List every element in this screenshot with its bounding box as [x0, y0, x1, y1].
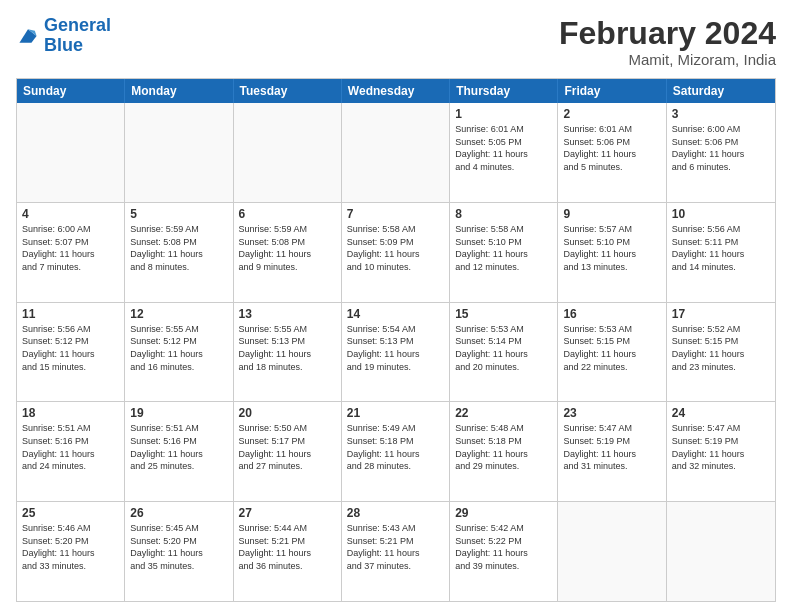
day-number: 14 [347, 307, 444, 321]
logo-icon [16, 24, 40, 48]
cell-info: Sunrise: 5:49 AM Sunset: 5:18 PM Dayligh… [347, 422, 444, 472]
day-number: 28 [347, 506, 444, 520]
day-number: 7 [347, 207, 444, 221]
day-number: 23 [563, 406, 660, 420]
week-row-4: 18Sunrise: 5:51 AM Sunset: 5:16 PM Dayli… [17, 402, 775, 502]
table-row: 1Sunrise: 6:01 AM Sunset: 5:05 PM Daylig… [450, 103, 558, 202]
table-row: 15Sunrise: 5:53 AM Sunset: 5:14 PM Dayli… [450, 303, 558, 402]
cell-info: Sunrise: 5:46 AM Sunset: 5:20 PM Dayligh… [22, 522, 119, 572]
cell-info: Sunrise: 5:43 AM Sunset: 5:21 PM Dayligh… [347, 522, 444, 572]
cell-info: Sunrise: 5:56 AM Sunset: 5:12 PM Dayligh… [22, 323, 119, 373]
cell-info: Sunrise: 6:00 AM Sunset: 5:07 PM Dayligh… [22, 223, 119, 273]
cell-info: Sunrise: 5:42 AM Sunset: 5:22 PM Dayligh… [455, 522, 552, 572]
header: General Blue February 2024 Mamit, Mizora… [16, 16, 776, 68]
cell-info: Sunrise: 6:01 AM Sunset: 5:05 PM Dayligh… [455, 123, 552, 173]
day-number: 24 [672, 406, 770, 420]
table-row: 8Sunrise: 5:58 AM Sunset: 5:10 PM Daylig… [450, 203, 558, 302]
day-number: 4 [22, 207, 119, 221]
table-row: 25Sunrise: 5:46 AM Sunset: 5:20 PM Dayli… [17, 502, 125, 601]
table-row: 20Sunrise: 5:50 AM Sunset: 5:17 PM Dayli… [234, 402, 342, 501]
table-row: 12Sunrise: 5:55 AM Sunset: 5:12 PM Dayli… [125, 303, 233, 402]
day-number: 13 [239, 307, 336, 321]
cell-info: Sunrise: 5:54 AM Sunset: 5:13 PM Dayligh… [347, 323, 444, 373]
table-row [17, 103, 125, 202]
cell-info: Sunrise: 5:53 AM Sunset: 5:14 PM Dayligh… [455, 323, 552, 373]
table-row [234, 103, 342, 202]
day-number: 10 [672, 207, 770, 221]
col-friday: Friday [558, 79, 666, 103]
calendar-header: Sunday Monday Tuesday Wednesday Thursday… [17, 79, 775, 103]
day-number: 5 [130, 207, 227, 221]
table-row: 10Sunrise: 5:56 AM Sunset: 5:11 PM Dayli… [667, 203, 775, 302]
cell-info: Sunrise: 5:56 AM Sunset: 5:11 PM Dayligh… [672, 223, 770, 273]
col-saturday: Saturday [667, 79, 775, 103]
week-row-1: 1Sunrise: 6:01 AM Sunset: 5:05 PM Daylig… [17, 103, 775, 203]
table-row: 18Sunrise: 5:51 AM Sunset: 5:16 PM Dayli… [17, 402, 125, 501]
day-number: 15 [455, 307, 552, 321]
day-number: 26 [130, 506, 227, 520]
cell-info: Sunrise: 5:59 AM Sunset: 5:08 PM Dayligh… [130, 223, 227, 273]
table-row: 3Sunrise: 6:00 AM Sunset: 5:06 PM Daylig… [667, 103, 775, 202]
table-row: 22Sunrise: 5:48 AM Sunset: 5:18 PM Dayli… [450, 402, 558, 501]
table-row: 21Sunrise: 5:49 AM Sunset: 5:18 PM Dayli… [342, 402, 450, 501]
day-number: 16 [563, 307, 660, 321]
title-block: February 2024 Mamit, Mizoram, India [559, 16, 776, 68]
day-number: 21 [347, 406, 444, 420]
table-row: 14Sunrise: 5:54 AM Sunset: 5:13 PM Dayli… [342, 303, 450, 402]
calendar-body: 1Sunrise: 6:01 AM Sunset: 5:05 PM Daylig… [17, 103, 775, 601]
cell-info: Sunrise: 5:47 AM Sunset: 5:19 PM Dayligh… [563, 422, 660, 472]
cell-info: Sunrise: 5:55 AM Sunset: 5:12 PM Dayligh… [130, 323, 227, 373]
table-row [667, 502, 775, 601]
table-row: 26Sunrise: 5:45 AM Sunset: 5:20 PM Dayli… [125, 502, 233, 601]
logo-general: General [44, 15, 111, 35]
table-row: 4Sunrise: 6:00 AM Sunset: 5:07 PM Daylig… [17, 203, 125, 302]
table-row: 27Sunrise: 5:44 AM Sunset: 5:21 PM Dayli… [234, 502, 342, 601]
table-row [125, 103, 233, 202]
table-row: 19Sunrise: 5:51 AM Sunset: 5:16 PM Dayli… [125, 402, 233, 501]
table-row: 6Sunrise: 5:59 AM Sunset: 5:08 PM Daylig… [234, 203, 342, 302]
day-number: 12 [130, 307, 227, 321]
cell-info: Sunrise: 5:58 AM Sunset: 5:10 PM Dayligh… [455, 223, 552, 273]
logo-text: General Blue [44, 16, 111, 56]
table-row: 28Sunrise: 5:43 AM Sunset: 5:21 PM Dayli… [342, 502, 450, 601]
col-thursday: Thursday [450, 79, 558, 103]
week-row-3: 11Sunrise: 5:56 AM Sunset: 5:12 PM Dayli… [17, 303, 775, 403]
day-number: 27 [239, 506, 336, 520]
day-number: 9 [563, 207, 660, 221]
cell-info: Sunrise: 5:57 AM Sunset: 5:10 PM Dayligh… [563, 223, 660, 273]
col-wednesday: Wednesday [342, 79, 450, 103]
table-row: 29Sunrise: 5:42 AM Sunset: 5:22 PM Dayli… [450, 502, 558, 601]
table-row: 13Sunrise: 5:55 AM Sunset: 5:13 PM Dayli… [234, 303, 342, 402]
cell-info: Sunrise: 5:58 AM Sunset: 5:09 PM Dayligh… [347, 223, 444, 273]
cell-info: Sunrise: 6:00 AM Sunset: 5:06 PM Dayligh… [672, 123, 770, 173]
cell-info: Sunrise: 5:50 AM Sunset: 5:17 PM Dayligh… [239, 422, 336, 472]
cell-info: Sunrise: 5:52 AM Sunset: 5:15 PM Dayligh… [672, 323, 770, 373]
cell-info: Sunrise: 5:44 AM Sunset: 5:21 PM Dayligh… [239, 522, 336, 572]
day-number: 2 [563, 107, 660, 121]
table-row [558, 502, 666, 601]
col-tuesday: Tuesday [234, 79, 342, 103]
cell-info: Sunrise: 5:51 AM Sunset: 5:16 PM Dayligh… [22, 422, 119, 472]
table-row: 5Sunrise: 5:59 AM Sunset: 5:08 PM Daylig… [125, 203, 233, 302]
cell-info: Sunrise: 5:59 AM Sunset: 5:08 PM Dayligh… [239, 223, 336, 273]
sub-title: Mamit, Mizoram, India [559, 51, 776, 68]
logo: General Blue [16, 16, 111, 56]
day-number: 29 [455, 506, 552, 520]
cell-info: Sunrise: 5:55 AM Sunset: 5:13 PM Dayligh… [239, 323, 336, 373]
table-row: 16Sunrise: 5:53 AM Sunset: 5:15 PM Dayli… [558, 303, 666, 402]
day-number: 6 [239, 207, 336, 221]
table-row: 9Sunrise: 5:57 AM Sunset: 5:10 PM Daylig… [558, 203, 666, 302]
day-number: 25 [22, 506, 119, 520]
cell-info: Sunrise: 6:01 AM Sunset: 5:06 PM Dayligh… [563, 123, 660, 173]
main-title: February 2024 [559, 16, 776, 51]
cell-info: Sunrise: 5:53 AM Sunset: 5:15 PM Dayligh… [563, 323, 660, 373]
day-number: 22 [455, 406, 552, 420]
col-monday: Monday [125, 79, 233, 103]
day-number: 19 [130, 406, 227, 420]
day-number: 8 [455, 207, 552, 221]
day-number: 17 [672, 307, 770, 321]
day-number: 18 [22, 406, 119, 420]
table-row [342, 103, 450, 202]
table-row: 2Sunrise: 6:01 AM Sunset: 5:06 PM Daylig… [558, 103, 666, 202]
cell-info: Sunrise: 5:51 AM Sunset: 5:16 PM Dayligh… [130, 422, 227, 472]
